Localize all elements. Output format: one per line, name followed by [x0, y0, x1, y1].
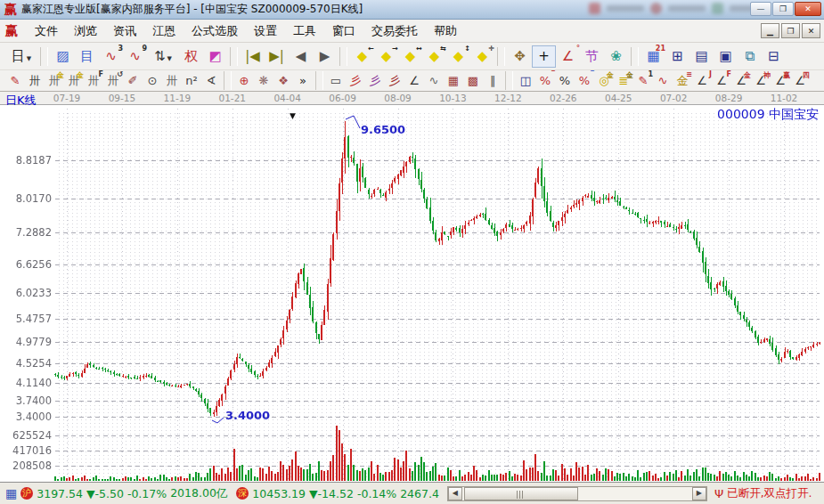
gold-grid-icon[interactable]: 卅金	[45, 71, 64, 90]
kline-chart-canvas[interactable]	[0, 105, 824, 482]
export-icon[interactable]: ⧉	[738, 45, 762, 68]
menu-item-trade[interactable]: 交易委托	[363, 20, 426, 42]
peak-price-annotation: 9.6500	[361, 123, 405, 136]
f-angle-icon[interactable]: ∠F	[712, 71, 731, 90]
chart-header: 日K线 07-1909-1511-1901-2104-0406-0908-091…	[0, 92, 824, 105]
n-square-icon[interactable]: n²	[182, 71, 201, 90]
more-tools-chevron[interactable]: »	[293, 71, 313, 90]
j-angle-icon[interactable]: ∠J	[692, 71, 712, 90]
gann-grid-icon[interactable]: 卅	[25, 71, 45, 90]
scroll-left-button[interactable]: ◀	[448, 487, 462, 500]
price-scale-icon[interactable]: ◫	[516, 71, 535, 90]
matrix-2-icon[interactable]: ▩	[463, 71, 483, 90]
matrix-icon[interactable]: ▦	[444, 71, 463, 90]
cycle-grid-icon[interactable]: 卅↺	[103, 71, 123, 90]
compass-star-icon[interactable]: ❋	[254, 71, 273, 90]
angle-measure-icon[interactable]: ∠°	[556, 45, 580, 68]
scrollbar-thumb[interactable]	[464, 487, 578, 500]
shen-angle-icon[interactable]: ∠神	[751, 71, 771, 90]
restore-rights-icon[interactable]: 权	[179, 45, 203, 68]
gold-line-icon[interactable]: 金≡	[673, 71, 692, 90]
window-close-button[interactable]: ✕	[795, 2, 821, 16]
menu-logo: 赢	[5, 23, 18, 39]
connection-status[interactable]: 已断开,双点打开.	[727, 486, 812, 501]
angle-mirror-icon[interactable]: ∢	[201, 71, 221, 90]
first-bar-button[interactable]: |◀	[241, 45, 265, 68]
market-table-icon[interactable]: ▦	[5, 486, 17, 500]
gold-circle-icon[interactable]: ◎金	[594, 71, 614, 90]
percent-icon[interactable]: %	[555, 71, 575, 90]
gann-tool-icon[interactable]: 节	[580, 45, 604, 68]
time-circle-icon[interactable]: ⊙	[143, 71, 162, 90]
menu-item-window[interactable]: 窗口	[324, 20, 363, 42]
mdi-restore-button[interactable]: ❐	[781, 23, 800, 38]
window-minimize-button[interactable]: —	[750, 2, 771, 16]
percent-line-icon[interactable]: %‾	[535, 71, 555, 90]
channel-icon[interactable]: ∥	[483, 71, 502, 90]
gold-angle-icon[interactable]: ∠金	[731, 71, 751, 90]
menu-item-gann[interactable]: 江恩	[144, 20, 184, 42]
calculator-icon[interactable]: ⊞	[665, 45, 689, 68]
kline-pattern-icon[interactable]: ▨	[51, 45, 75, 68]
crosshair-tool-icon[interactable]: +	[532, 45, 556, 68]
compress-left-icon[interactable]: ◆←	[350, 45, 374, 68]
candle-style-dropdown[interactable]: ⇅▼	[147, 45, 179, 68]
wave-marker-icon[interactable]: ∿	[653, 71, 673, 90]
menu-item-formula-picker[interactable]: 公式选股	[184, 20, 246, 42]
horizontal-scrollbar[interactable]: ◀ ▶	[447, 486, 707, 501]
menu-item-browse[interactable]: 浏览	[66, 20, 105, 42]
compress-right-icon[interactable]: ◆→	[374, 45, 398, 68]
notes-icon[interactable]: ▤	[689, 45, 714, 68]
compass-square-icon[interactable]: ❖	[273, 71, 293, 90]
si-angle-icon[interactable]: ∠四	[790, 71, 810, 90]
expand-all-icon[interactable]: ◆✛	[470, 45, 494, 68]
tray-icon-blurred[interactable]	[712, 3, 723, 14]
compass-cross-icon[interactable]: ⊕	[234, 71, 254, 90]
wave-3-icon[interactable]: ∿3	[99, 45, 123, 68]
compress-vertical-icon[interactable]: ◆↕	[446, 45, 470, 68]
expand-horizontal-icon[interactable]: ◆⇆	[422, 45, 446, 68]
plain-grid-icon[interactable]: 卅	[162, 71, 182, 90]
gold-grid-2-icon[interactable]: 卅金	[64, 71, 84, 90]
trend-angle-icon[interactable]: ∠	[404, 71, 424, 90]
zigzag-icon[interactable]: ∿	[424, 71, 444, 90]
print-icon[interactable]: ⊟	[762, 45, 786, 68]
calendar-icon[interactable]: ▦21	[641, 45, 665, 68]
menu-item-settings[interactable]: 设置	[246, 20, 285, 42]
tray-icon-blurred[interactable]	[589, 3, 600, 14]
tray-icon-blurred[interactable]	[650, 3, 662, 14]
wave-9-icon[interactable]: ∿9	[123, 45, 147, 68]
date-tick: 08-29	[709, 93, 748, 103]
hand-tool-icon[interactable]: ✥	[508, 45, 532, 68]
percent-blue-icon[interactable]: %‾	[575, 71, 594, 90]
menu-item-file[interactable]: 文件	[27, 20, 66, 42]
fan-box-2-icon[interactable]: 彡	[385, 71, 404, 90]
volume-axis-label: 208508	[2, 459, 52, 472]
pen-tool-icon[interactable]: ✎	[5, 71, 25, 90]
brush-1-icon[interactable]: ✎1	[633, 71, 653, 90]
scroll-right-button[interactable]: ▶	[692, 487, 706, 500]
gold-level-icon[interactable]: ≣金	[614, 71, 633, 90]
save-icon[interactable]: ▣	[714, 45, 738, 68]
scrollbar-track[interactable]	[462, 487, 692, 500]
menu-item-news[interactable]: 资讯	[105, 20, 144, 42]
color-chart-icon[interactable]: ◩	[203, 45, 227, 68]
next-bar-button[interactable]: ▶	[313, 45, 337, 68]
info-panel-icon[interactable]: 目	[75, 45, 99, 68]
kline-style-dropdown[interactable]: 日▼	[5, 45, 37, 68]
mdi-close-button[interactable]: ✕	[802, 23, 820, 38]
window-maximize-button[interactable]: ❐	[772, 2, 794, 16]
fan-box-icon[interactable]: 彡	[365, 71, 385, 90]
prev-bar-button[interactable]: ◀	[289, 45, 313, 68]
fib-grid-icon[interactable]: 卅F	[84, 71, 103, 90]
menu-item-help[interactable]: 帮助	[426, 20, 465, 42]
menu-item-tools[interactable]: 工具	[285, 20, 324, 42]
box-range-icon[interactable]: ▭	[326, 71, 346, 90]
measure-pen-icon[interactable]: ✐	[123, 71, 143, 90]
wave-tool-icon[interactable]: ❀	[604, 45, 628, 68]
ying-angle-icon[interactable]: ∠赢	[771, 71, 790, 90]
last-bar-button[interactable]: ▶|	[265, 45, 289, 68]
compress-horizontal-icon[interactable]: ◆↔	[398, 45, 422, 68]
mdi-minimize-button[interactable]: ▁	[761, 23, 779, 38]
fan-lines-icon[interactable]: 彡	[346, 71, 365, 90]
